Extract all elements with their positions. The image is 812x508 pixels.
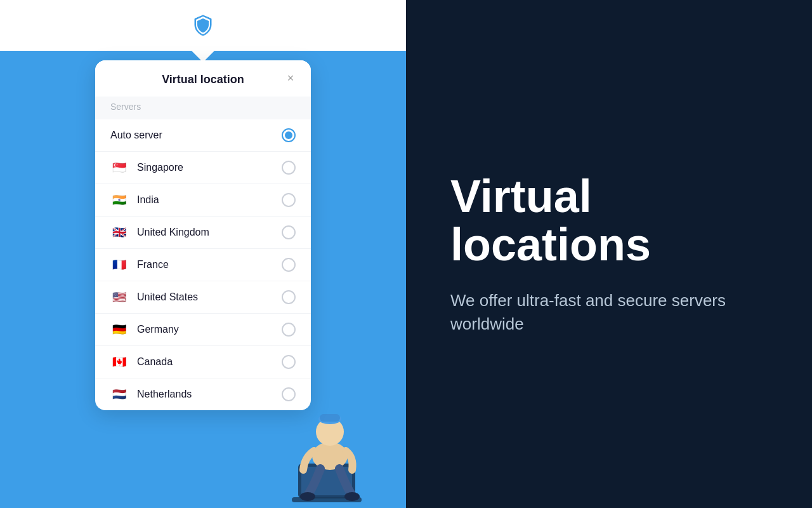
india-radio[interactable] [282, 193, 296, 207]
list-item[interactable]: 🇬🇧 United Kingdom [95, 217, 311, 249]
heading-line1: Virtual [450, 171, 592, 222]
list-item[interactable]: 🇫🇷 France [95, 249, 311, 281]
france-radio[interactable] [282, 258, 296, 272]
list-item[interactable]: 🇸🇬 Singapore [95, 152, 311, 184]
server-name: India [137, 194, 282, 206]
canada-flag: 🇨🇦 [110, 356, 128, 368]
list-item[interactable]: 🇮🇳 India [95, 184, 311, 217]
svg-point-8 [344, 492, 360, 501]
auto-server-radio[interactable] [282, 128, 296, 142]
list-item[interactable]: 🇩🇪 Germany [95, 314, 311, 346]
servers-section-label: Servers [95, 97, 311, 119]
shield-icon [190, 13, 216, 38]
right-panel: Virtual locations We offer ultra-fast an… [406, 0, 812, 508]
modal-header: Virtual location × [95, 60, 311, 97]
canada-radio[interactable] [282, 355, 296, 369]
server-list: 🇸🇬 Singapore 🇮🇳 India 🇬🇧 United Kingdom … [95, 152, 311, 410]
left-panel: Virtual location × Servers Auto server 🇸… [0, 0, 406, 508]
close-button[interactable]: × [283, 71, 298, 86]
list-item[interactable]: 🇨🇦 Canada [95, 346, 311, 378]
server-name: France [137, 259, 282, 271]
modal-title: Virtual location [162, 73, 244, 86]
server-name: Germany [137, 324, 282, 335]
list-item[interactable]: 🇺🇸 United States [95, 281, 311, 314]
netherlands-flag: 🇳🇱 [110, 388, 128, 401]
virtual-location-modal: Virtual location × Servers Auto server 🇸… [95, 60, 311, 410]
us-radio[interactable] [282, 290, 296, 304]
svg-rect-6 [320, 414, 340, 422]
singapore-flag: 🇸🇬 [110, 161, 128, 174]
list-item[interactable]: 🇳🇱 Netherlands [95, 378, 311, 410]
singapore-radio[interactable] [282, 161, 296, 175]
server-name: Singapore [137, 162, 282, 173]
netherlands-radio[interactable] [282, 387, 296, 401]
auto-server-label: Auto server [110, 130, 282, 141]
sub-heading: We offer ultra-fast and secure servers w… [450, 289, 768, 335]
server-name: United States [137, 291, 282, 303]
uk-radio[interactable] [282, 225, 296, 239]
server-name: United Kingdom [137, 227, 282, 238]
svg-point-7 [300, 492, 315, 501]
us-flag: 🇺🇸 [110, 291, 128, 304]
auto-server-row[interactable]: Auto server [95, 119, 311, 152]
server-name: Netherlands [137, 389, 282, 400]
uk-flag: 🇬🇧 [110, 226, 128, 239]
france-flag: 🇫🇷 [110, 258, 128, 271]
germany-radio[interactable] [282, 323, 296, 337]
top-bar [0, 0, 406, 51]
india-flag: 🇮🇳 [110, 194, 128, 206]
germany-flag: 🇩🇪 [110, 323, 128, 336]
server-name: Canada [137, 356, 282, 368]
main-heading: Virtual locations [450, 173, 768, 269]
heading-line2: locations [450, 219, 651, 270]
